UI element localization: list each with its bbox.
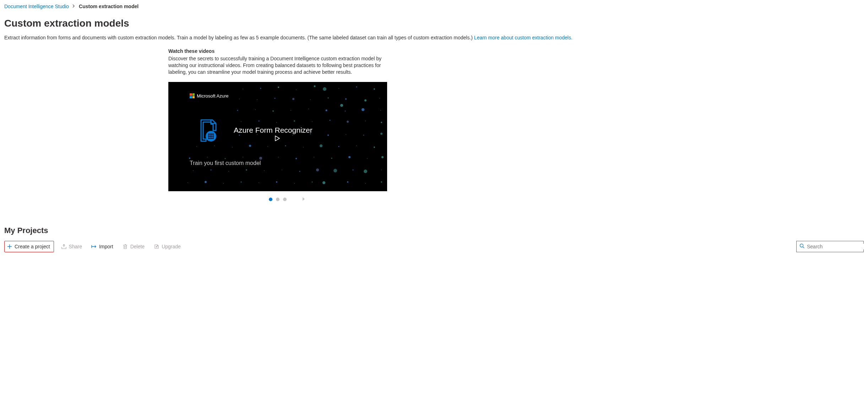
breadcrumb-current: Custom extraction model: [79, 4, 139, 9]
svg-point-82: [205, 181, 207, 183]
carousel-dot-1[interactable]: [269, 198, 272, 201]
breadcrumb-root-link[interactable]: Document Intelligence Studio: [4, 4, 69, 9]
svg-point-26: [345, 110, 346, 111]
svg-point-69: [193, 170, 194, 171]
video-section: Watch these videos Discover the secrets …: [168, 48, 389, 201]
svg-point-77: [333, 169, 337, 172]
svg-point-11: [257, 99, 257, 100]
svg-line-101: [803, 247, 804, 248]
svg-point-29: [241, 121, 242, 122]
create-project-label: Create a project: [15, 244, 50, 249]
svg-point-19: [237, 110, 238, 111]
svg-point-4: [296, 89, 297, 90]
share-label: Share: [69, 244, 82, 249]
svg-point-17: [364, 99, 367, 101]
svg-point-80: [381, 170, 382, 170]
svg-point-72: [246, 169, 247, 171]
microsoft-azure-brand: Microsoft Azure: [190, 93, 229, 99]
chevron-right-icon: [72, 4, 75, 9]
upgrade-label: Upgrade: [162, 244, 181, 249]
create-project-highlight: Create a project: [4, 241, 54, 252]
delete-button[interactable]: Delete: [120, 242, 147, 251]
svg-point-33: [312, 121, 313, 122]
svg-point-54: [338, 146, 340, 147]
search-icon: [799, 243, 805, 250]
svg-point-37: [381, 122, 382, 123]
svg-point-100: [800, 244, 803, 247]
svg-point-84: [241, 181, 242, 182]
svg-point-28: [380, 110, 381, 111]
play-icon: [274, 135, 281, 142]
svg-point-87: [294, 183, 295, 184]
svg-point-20: [255, 109, 256, 110]
video-section-heading: Watch these videos: [168, 48, 389, 54]
carousel-dot-3[interactable]: [283, 198, 287, 201]
svg-point-56: [374, 147, 375, 148]
svg-point-13: [292, 98, 294, 100]
carousel-dot-2[interactable]: [276, 198, 280, 201]
import-icon: [91, 244, 97, 249]
create-project-button[interactable]: Create a project: [5, 242, 52, 251]
breadcrumb: Document Intelligence Studio Custom extr…: [4, 4, 864, 9]
video-thumbnail[interactable]: Microsoft Azure Azure Form Recognizer Tr…: [168, 82, 387, 191]
svg-point-55: [356, 145, 357, 146]
svg-point-88: [312, 181, 313, 182]
brand-text: Microsoft Azure: [197, 93, 229, 99]
import-label: Import: [99, 244, 113, 249]
search-input[interactable]: [807, 244, 868, 249]
video-subtitle-text: Train you first custom model: [190, 160, 261, 166]
svg-point-47: [214, 145, 215, 146]
plus-icon: [7, 244, 12, 249]
svg-point-32: [294, 120, 295, 122]
delete-label: Delete: [130, 244, 145, 249]
svg-point-90: [347, 181, 348, 183]
svg-point-75: [299, 171, 300, 172]
share-button[interactable]: Share: [59, 242, 84, 251]
upgrade-icon: [154, 244, 159, 249]
svg-point-40: [292, 135, 293, 136]
svg-point-7: [338, 88, 339, 89]
svg-point-81: [188, 182, 188, 183]
svg-point-44: [363, 134, 364, 136]
svg-point-21: [272, 110, 274, 112]
svg-point-68: [381, 156, 384, 158]
svg-point-16: [345, 98, 347, 100]
svg-point-52: [303, 147, 304, 148]
svg-point-67: [367, 158, 368, 159]
svg-point-74: [282, 170, 282, 170]
svg-point-25: [340, 104, 343, 107]
svg-point-34: [330, 120, 331, 121]
svg-point-42: [327, 134, 329, 136]
learn-more-link[interactable]: Learn more about custom extraction model…: [474, 35, 573, 40]
svg-point-14: [310, 99, 311, 100]
upgrade-button[interactable]: Upgrade: [152, 242, 183, 251]
svg-point-59: [225, 158, 226, 159]
svg-point-12: [275, 98, 276, 99]
svg-point-10: [239, 99, 240, 99]
svg-point-48: [232, 147, 233, 148]
svg-point-23: [308, 109, 309, 109]
svg-point-58: [207, 157, 208, 158]
search-box[interactable]: [796, 241, 864, 252]
carousel-next-icon[interactable]: [302, 197, 305, 202]
intro-text: Extract information from forms and docum…: [4, 35, 474, 40]
svg-point-76: [316, 169, 319, 171]
svg-point-27: [362, 108, 364, 111]
svg-point-79: [364, 170, 367, 173]
svg-point-6: [323, 87, 326, 91]
microsoft-logo-icon: [190, 93, 195, 98]
svg-point-91: [365, 183, 366, 184]
svg-point-50: [267, 146, 268, 147]
svg-point-71: [228, 171, 229, 172]
svg-point-66: [348, 156, 351, 158]
svg-point-61: [259, 157, 262, 160]
svg-point-86: [276, 181, 277, 183]
video-title-text: Azure Form Recognizer: [234, 126, 313, 134]
svg-point-53: [320, 144, 322, 147]
import-button[interactable]: Import: [89, 242, 115, 251]
svg-point-62: [278, 157, 279, 158]
svg-point-83: [223, 183, 224, 184]
svg-point-51: [285, 145, 286, 146]
svg-point-46: [196, 146, 197, 147]
svg-point-63: [295, 158, 297, 159]
